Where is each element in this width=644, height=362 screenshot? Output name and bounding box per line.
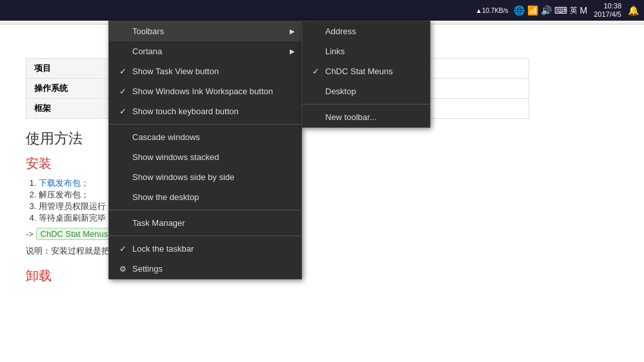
stat-badge: ChDC Stat Menus [36,228,113,240]
taskbar-icons: 🌐 📶 🔊 ⌨ 英 M [514,5,588,16]
sub-menu-label-links: Links [325,46,345,56]
menu-item-cascade[interactable]: Cascade windows [109,127,301,147]
context-menu-sub: Address Links ChDC Stat Meuns Desktop Ne… [301,21,430,128]
checkmark-chdc [312,66,325,76]
menu-label-cascade: Cascade windows [132,132,200,142]
sub-menu-item-address[interactable]: Address [302,21,430,41]
clock-time: 10:38 [594,2,621,10]
lang-label: 英 [570,5,578,16]
menu-label-task-view: Show Task View button [132,66,219,76]
sub-menu-label-chdc: ChDC Stat Meuns [325,66,393,76]
menu-label-settings: Settings [132,264,163,274]
context-menu-main: Toolbars Cortana Show Task View button S… [108,21,302,279]
notification-icon[interactable]: 🔔 [628,5,639,15]
volume-icon: 🔊 [541,5,552,15]
checkmark-touch-keyboard [119,106,132,116]
menu-item-ink-workspace[interactable]: Show Windows Ink Workspace button [109,81,301,101]
gear-icon: ⚙ [119,265,132,274]
separator-3 [109,236,301,236]
taskbar-right: 🌐 📶 🔊 ⌨ 英 M 10:38 2017/4/5 🔔 [514,2,645,19]
checkmark-task-view [119,66,132,76]
menu-item-show-desktop[interactable]: Show the desktop [109,187,301,207]
separator-1 [109,124,301,125]
menu-label-cortana: Cortana [132,46,162,56]
sub-menu-item-chdc[interactable]: ChDC Stat Meuns [302,61,430,81]
menu-label-touch-keyboard: Show touch keyboard button [132,106,239,116]
globe-icon: 🌐 [514,5,525,15]
menu-item-side-by-side[interactable]: Show windows side by side [109,167,301,187]
keyboard-icon: ⌨ [554,5,567,15]
checkmark-ink-workspace [119,86,132,96]
wifi-icon: 📶 [527,5,538,15]
clock-date: 2017/4/5 [594,10,621,19]
sub-menu-item-new-toolbar[interactable]: New toolbar... [302,107,430,127]
checkmark-lock-taskbar [119,244,132,254]
menu-label-stacked: Show windows stacked [132,152,219,162]
menu-item-settings[interactable]: ⚙ Settings [109,259,301,279]
sub-menu-item-desktop[interactable]: Desktop [302,81,430,101]
menu-item-stacked[interactable]: Show windows stacked [109,147,301,167]
menu-item-task-manager[interactable]: Task Manager [109,213,301,233]
menu-item-toolbars[interactable]: Toolbars [109,21,301,41]
sub-menu-item-links[interactable]: Links [302,41,430,61]
menu-label-show-desktop: Show the desktop [132,192,199,202]
menu-label-lock-taskbar: Lock the taskbar [132,244,194,254]
taskbar-clock: 10:38 2017/4/5 [594,2,621,19]
sub-menu-label-desktop: Desktop [325,86,356,96]
menu-item-lock-taskbar[interactable]: Lock the taskbar [109,239,301,259]
menu-label-task-manager: Task Manager [132,218,185,228]
menu-label-side-by-side: Show windows side by side [132,172,234,182]
sub-menu-label-address: Address [325,26,356,36]
menu-label-ink-workspace: Show Windows Ink Workspace button [132,86,273,96]
menu-item-cortana[interactable]: Cortana [109,41,301,61]
sub-menu-label-new-toolbar: New toolbar... [325,112,377,122]
taskbar[interactable]: ▲10.7KB/s 🌐 📶 🔊 ⌨ 英 M 10:38 2017/4/5 🔔 [0,0,644,21]
m-icon: M [580,5,588,15]
menu-item-touch-keyboard[interactable]: Show touch keyboard button [109,101,301,121]
sub-separator-1 [302,104,430,105]
menu-item-task-view[interactable]: Show Task View button [109,61,301,81]
network-speed: ▲10.7KB/s [476,7,508,14]
menu-label-toolbars: Toolbars [132,26,164,36]
separator-2 [109,210,301,210]
